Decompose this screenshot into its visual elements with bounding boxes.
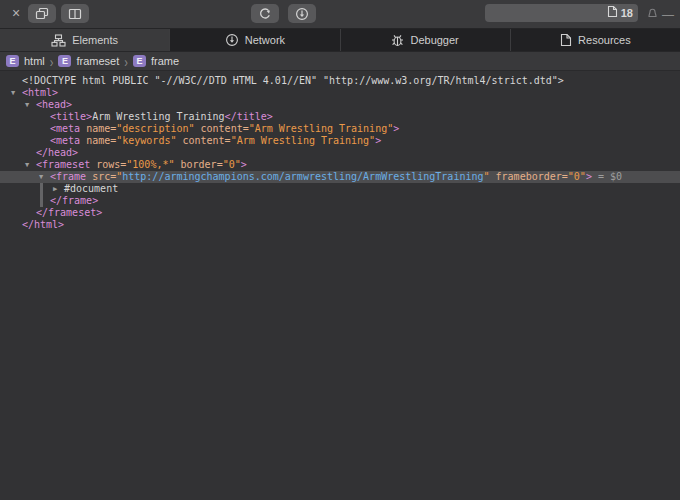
tab-label: Debugger xyxy=(410,34,458,46)
breadcrumb-separator-icon: › xyxy=(50,53,54,70)
inspector-toolbar: × xyxy=(0,0,680,29)
disclosure-triangle-expanded-icon[interactable]: ▼ xyxy=(36,171,46,183)
download-circle-icon xyxy=(295,7,309,21)
tab-network[interactable]: Network xyxy=(170,29,340,51)
tree-row[interactable]: <meta name="description" content="Arm Wr… xyxy=(0,123,680,135)
element-badge: E xyxy=(133,55,146,67)
issues-indicator: — xyxy=(646,6,674,24)
code-text: <head> xyxy=(0,99,72,111)
code-text: <!DOCTYPE html PUBLIC "-//W3C//DTD HTML … xyxy=(0,75,564,87)
close-icon[interactable]: × xyxy=(8,5,24,21)
tab-label: Network xyxy=(245,34,285,46)
reload-icon xyxy=(258,7,272,21)
debugger-icon xyxy=(391,33,404,47)
tree-row[interactable]: <meta name="keywords" content="Arm Wrest… xyxy=(0,135,680,147)
elements-icon xyxy=(51,34,66,47)
dom-tree[interactable]: <!DOCTYPE html PUBLIC "-//W3C//DTD HTML … xyxy=(0,71,680,500)
element-badge: E xyxy=(6,55,19,67)
tab-label: Resources xyxy=(578,34,631,46)
code-text: </frame> xyxy=(0,195,98,207)
code-text: <title>Arm Wrestling Training</title> xyxy=(0,111,273,123)
bell-icon xyxy=(646,6,659,24)
breadcrumb-item-html[interactable]: Ehtml xyxy=(6,55,45,67)
tree-row[interactable]: <!DOCTYPE html PUBLIC "-//W3C//DTD HTML … xyxy=(0,75,680,87)
tab-resources[interactable]: Resources xyxy=(511,29,680,51)
breadcrumb-label: html xyxy=(24,55,45,67)
element-badge: E xyxy=(58,55,71,67)
tree-row[interactable]: </frame> xyxy=(0,195,680,207)
tab-debugger[interactable]: Debugger xyxy=(341,29,511,51)
breadcrumb: Ehtml›Eframeset›Eframe xyxy=(0,52,680,71)
inspector-tab-bar: ElementsNetworkDebuggerResources xyxy=(0,29,680,52)
resources-icon xyxy=(560,33,572,47)
issues-count-dash: — xyxy=(662,8,674,22)
resource-count: 18 xyxy=(621,7,633,19)
disclosure-triangle-expanded-icon[interactable]: ▼ xyxy=(22,159,32,171)
code-text: <frame src="http://armingchampions.com/a… xyxy=(0,171,622,183)
selected-subtree-bar xyxy=(40,195,43,207)
disclosure-triangle-collapsed-icon[interactable]: ▶ xyxy=(50,183,60,195)
tree-row[interactable]: </html> xyxy=(0,219,680,231)
disclosure-triangle-expanded-icon[interactable]: ▼ xyxy=(22,99,32,111)
split-columns-icon xyxy=(68,8,82,20)
code-text: <meta name="keywords" content="Arm Wrest… xyxy=(0,135,381,147)
tree-row[interactable]: ▼<head> xyxy=(0,99,680,111)
code-text: </head> xyxy=(0,147,78,159)
tree-row[interactable]: </frameset> xyxy=(0,207,680,219)
breadcrumb-item-frameset[interactable]: Eframeset xyxy=(58,55,119,67)
network-icon xyxy=(225,33,239,47)
detach-inspector-button[interactable] xyxy=(28,4,56,23)
tree-row[interactable]: </head> xyxy=(0,147,680,159)
tree-row[interactable]: ▼<html> xyxy=(0,87,680,99)
tree-row-selected[interactable]: ▼<frame src="http://armingchampions.com/… xyxy=(0,171,680,183)
tab-label: Elements xyxy=(72,34,118,46)
split-view-button[interactable] xyxy=(61,4,89,23)
reload-page-button[interactable] xyxy=(251,4,279,23)
selected-subtree-bar xyxy=(40,183,43,195)
code-text: <meta name="description" content="Arm Wr… xyxy=(0,123,399,135)
code-text: </html> xyxy=(0,219,64,231)
tree-row[interactable]: ▼<frameset rows="100%,*" border="0"> xyxy=(0,159,680,171)
page-icon xyxy=(607,4,618,22)
code-text: </frameset> xyxy=(0,207,102,219)
activity-viewer[interactable]: 18 xyxy=(485,4,638,22)
disclosure-triangle-expanded-icon[interactable]: ▼ xyxy=(8,87,18,99)
breadcrumb-label: frame xyxy=(151,55,179,67)
code-text: <frameset rows="100%,*" border="0"> xyxy=(0,159,247,171)
tab-elements[interactable]: Elements xyxy=(0,29,170,51)
download-button[interactable] xyxy=(288,4,316,23)
breadcrumb-separator-icon: › xyxy=(124,53,128,70)
tree-row[interactable]: <title>Arm Wrestling Training</title> xyxy=(0,111,680,123)
breadcrumb-label: frameset xyxy=(76,55,119,67)
overlapping-windows-icon xyxy=(35,7,49,20)
tree-row[interactable]: ▶#document xyxy=(0,183,680,195)
breadcrumb-item-frame[interactable]: Eframe xyxy=(133,55,179,67)
